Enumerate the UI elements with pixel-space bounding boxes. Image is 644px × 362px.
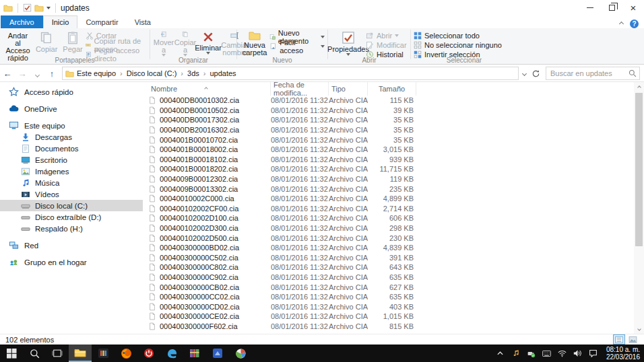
file-row[interactable]: 000400102002D500.cia08/01/2016 11:32 a..… <box>143 233 634 243</box>
file-row[interactable]: 000400300000C902.cia08/01/2016 11:32 a..… <box>143 273 634 283</box>
up-button[interactable]: ↑ <box>44 69 59 79</box>
tray-music-icon[interactable] <box>511 348 521 359</box>
copy-button[interactable]: Copiar <box>33 30 60 58</box>
taskbar-media-app[interactable] <box>92 345 115 362</box>
taskbar-firefox[interactable] <box>115 345 137 362</box>
file-row[interactable]: 0004001B00018202.cia08/01/2016 11:32 a..… <box>143 164 634 174</box>
column-header-type[interactable]: Tipo <box>329 82 368 96</box>
file-row[interactable]: 000400DB00017302.cia08/01/2016 11:32 a..… <box>143 115 634 125</box>
sidebar-item-acceso-r-pido[interactable]: Acceso rápido <box>0 86 143 98</box>
file-row[interactable]: 000400300000CE02.cia08/01/2016 11:32 a..… <box>143 312 634 322</box>
breadcrumb-segment[interactable]: updates <box>210 69 236 77</box>
close-button[interactable]: × <box>622 0 644 15</box>
taskbar-blue-app[interactable] <box>206 345 229 362</box>
clock[interactable]: 08:10 a. m. 22/03/2016 <box>604 346 640 361</box>
sidebar-item-grupo-en-el-hogar[interactable]: Grupo en el hogar <box>0 256 143 268</box>
sidebar-item-disco-extra-ble-d[interactable]: Disco extraíble (D:) <box>0 211 143 223</box>
tray-expand-icon[interactable] <box>495 348 506 359</box>
sidebar-item-onedrive[interactable]: OneDrive <box>0 103 143 114</box>
new-folder-button[interactable]: Nueva carpeta <box>240 30 269 58</box>
paste-button[interactable]: Pegar <box>60 30 85 58</box>
recent-locations-dropdown[interactable] <box>30 69 44 79</box>
file-row[interactable]: 0004001B00018102.cia08/01/2016 11:32 a..… <box>143 155 634 165</box>
sidebar-item-m-sica[interactable]: Música <box>0 177 143 188</box>
file-row[interactable]: 000400300000F602.cia08/01/2016 11:32 a..… <box>143 322 634 332</box>
select-all-button[interactable]: Seleccionar todo <box>414 32 502 40</box>
sidebar-item-disco-local-c[interactable]: Disco local (C:) <box>0 200 143 211</box>
breadcrumb-segment[interactable]: Disco local (C:) <box>127 69 177 77</box>
file-row[interactable]: 000400300000CD02.cia08/01/2016 11:32 a..… <box>143 301 634 312</box>
file-row[interactable]: 0004009B00012302.cia08/01/2016 11:32 a..… <box>143 174 634 184</box>
tray-action-center-icon[interactable] <box>588 348 599 359</box>
sidebar-item-escritorio[interactable]: Escritorio <box>0 154 143 166</box>
edit-button[interactable]: Modificar <box>366 41 407 49</box>
file-row[interactable]: 000400DB20016302.cia08/01/2016 11:32 a..… <box>143 125 634 135</box>
qat-properties-icon[interactable] <box>23 3 32 12</box>
taskbar-power-app[interactable] <box>137 345 160 362</box>
copy-to-button[interactable]: Copiar a <box>174 30 196 58</box>
sidebar-item-red[interactable]: Red <box>0 240 143 251</box>
taskbar-task-view[interactable] <box>46 345 69 362</box>
file-row[interactable]: 00040010002C000.cia08/01/2016 11:32 a...… <box>143 194 634 204</box>
tab-file[interactable]: Archivo <box>1 15 43 28</box>
scroll-up-icon[interactable] <box>634 82 644 92</box>
file-row[interactable]: 000400300000CB02.cia08/01/2016 11:32 a..… <box>143 282 634 292</box>
easy-access-button[interactable]: Fácil acceso <box>269 42 325 50</box>
file-row[interactable]: 0004001B00018002.cia08/01/2016 11:32 a..… <box>143 145 634 155</box>
tray-usb-icon[interactable] <box>526 348 537 359</box>
select-none-button[interactable]: No seleccionar ninguno <box>414 41 502 49</box>
taskbar-winrar[interactable] <box>183 345 206 362</box>
search-icon[interactable] <box>629 69 637 77</box>
address-dropdown-icon[interactable] <box>522 71 527 75</box>
sidebar-item-respaldo-h[interactable]: Respaldo (H:) <box>0 223 143 234</box>
sidebar-item-este-equipo[interactable]: Este equipo <box>0 120 143 131</box>
breadcrumb-segment[interactable]: 3ds <box>187 69 199 77</box>
restore-button[interactable] <box>601 0 622 15</box>
taskbar-file-explorer[interactable] <box>69 345 92 362</box>
tray-wifi-icon[interactable] <box>557 348 568 359</box>
column-header-date[interactable]: Fecha de modifica... <box>271 82 329 96</box>
sidebar-item-im-genes[interactable]: Imágenes <box>0 166 143 177</box>
tray-keyboard-icon[interactable] <box>542 348 552 359</box>
open-button[interactable]: Abrir <box>366 32 407 40</box>
move-to-button[interactable]: Mover a <box>153 30 174 58</box>
file-row[interactable]: 000400102002CF00.cia08/01/2016 11:32 a..… <box>143 204 634 214</box>
refresh-icon[interactable] <box>532 69 540 78</box>
file-row[interactable]: 000400DB00010502.cia08/01/2016 11:32 a..… <box>143 106 634 116</box>
file-row[interactable]: 000400DB00010302.cia08/01/2016 11:32 a..… <box>143 96 634 106</box>
scrollbar-thumb[interactable] <box>635 93 643 246</box>
pin-quick-access-button[interactable]: Andar al Acceso rápido <box>3 30 33 58</box>
thumbnails-view-button[interactable] <box>626 334 639 345</box>
search-input[interactable] <box>549 69 629 78</box>
sidebar-item-documentos[interactable]: Documentos <box>0 143 143 154</box>
start-button[interactable] <box>0 345 23 362</box>
qat-new-folder-icon[interactable] <box>34 4 44 12</box>
help-icon[interactable]: ? <box>630 20 639 28</box>
file-row[interactable]: 000400300000CC02.cia08/01/2016 11:32 a..… <box>143 292 634 302</box>
breadcrumb-segment[interactable]: Este equipo <box>77 69 116 77</box>
file-row[interactable]: 000400102002D100.cia08/01/2016 11:32 a..… <box>143 213 634 223</box>
column-header-size[interactable]: Tamaño <box>368 82 416 96</box>
file-row[interactable]: 0004001B00010702.cia08/01/2016 11:32 a..… <box>143 135 634 145</box>
file-row[interactable]: 000400102002D300.cia08/01/2016 11:32 a..… <box>143 223 634 233</box>
taskbar-paint-app[interactable] <box>229 345 252 362</box>
taskbar-edge[interactable] <box>160 345 183 362</box>
file-row[interactable]: 000400300000C502.cia08/01/2016 11:32 a..… <box>143 253 634 263</box>
file-row[interactable]: 000400300000C802.cia08/01/2016 11:32 a..… <box>143 262 634 273</box>
taskbar-search-taskbar[interactable] <box>23 345 46 362</box>
vertical-scrollbar[interactable] <box>634 82 644 334</box>
scroll-down-icon[interactable] <box>634 324 644 334</box>
qat-customize-dropdown-icon[interactable] <box>46 7 51 9</box>
tray-volume-icon[interactable] <box>573 348 583 359</box>
properties-button[interactable]: Propiedades <box>331 30 366 58</box>
back-button[interactable]: ← <box>0 69 15 79</box>
delete-button[interactable]: Eliminar <box>196 30 220 58</box>
collapse-ribbon-icon[interactable] <box>619 22 624 26</box>
breadcrumb[interactable]: Este equipo›Disco local (C:)›3ds›updates <box>62 67 519 80</box>
tab-share[interactable]: Compartir <box>77 15 126 28</box>
minimize-button[interactable] <box>579 0 601 15</box>
file-row[interactable]: 0004009B00013302.cia08/01/2016 11:32 a..… <box>143 184 634 194</box>
details-view-button[interactable] <box>613 334 625 345</box>
sidebar-item-descargas[interactable]: Descargas <box>0 131 143 143</box>
column-header-name[interactable]: Nombre <box>148 82 271 96</box>
